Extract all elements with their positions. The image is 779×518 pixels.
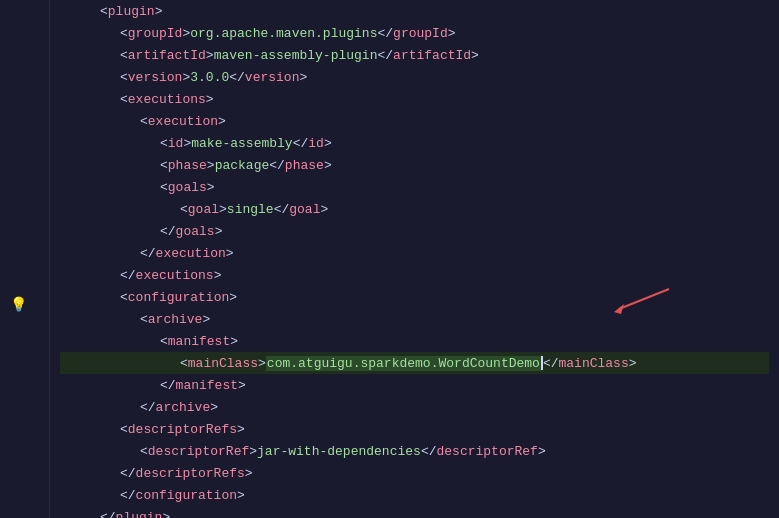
- editor-container: 💡 <plugin> <groupId>org.apache.maven.plu…: [0, 0, 779, 518]
- main-class-line: <mainClass>com.atguigu.sparkdemo.WordCou…: [60, 352, 769, 374]
- code-line: <archive>: [60, 308, 769, 330]
- code-line: </executions>: [60, 264, 769, 286]
- code-line: </configuration>: [60, 484, 769, 506]
- code-line: </goals>: [60, 220, 769, 242]
- code-line: <goals>: [60, 176, 769, 198]
- code-line: <descriptorRefs>: [60, 418, 769, 440]
- code-line: <goal>single</goal>: [60, 198, 769, 220]
- code-line: <groupId>org.apache.maven.plugins</group…: [60, 22, 769, 44]
- code-line: <executions>: [60, 88, 769, 110]
- code-line: </archive>: [60, 396, 769, 418]
- code-line: </plugin>: [60, 506, 769, 518]
- code-line: <phase>package</phase>: [60, 154, 769, 176]
- code-line: </execution>: [60, 242, 769, 264]
- code-line: <id>make-assembly</id>: [60, 132, 769, 154]
- bulb-icon[interactable]: 💡: [10, 296, 27, 313]
- code-line: <plugin>: [60, 0, 769, 22]
- code-line: </descriptorRefs>: [60, 462, 769, 484]
- code-line: <manifest>: [60, 330, 769, 352]
- code-line: <descriptorRef>jar-with-dependencies</de…: [60, 440, 769, 462]
- code-line: <execution>: [60, 110, 769, 132]
- code-area[interactable]: <plugin> <groupId>org.apache.maven.plugi…: [50, 0, 779, 518]
- code-line: <version>3.0.0</version>: [60, 66, 769, 88]
- line-gutter: 💡: [0, 0, 50, 518]
- code-line: </manifest>: [60, 374, 769, 396]
- code-line: <configuration>: [60, 286, 769, 308]
- code-line: <artifactId>maven-assembly-plugin</artif…: [60, 44, 769, 66]
